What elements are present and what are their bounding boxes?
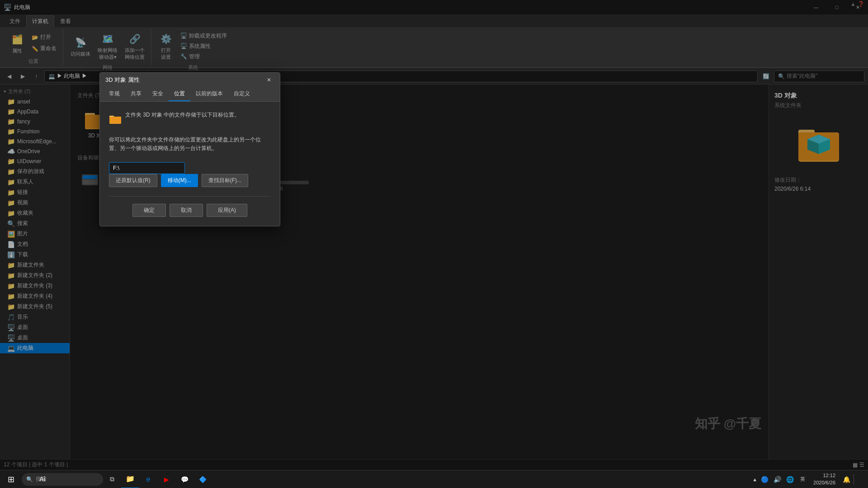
dtab-general[interactable]: 常规 [104,87,125,101]
taskbar-app5[interactable]: 🔷 [193,470,212,488]
taskbar-media[interactable]: ▶ [157,470,175,488]
keyboard-icon[interactable]: 英 [797,474,808,485]
properties-dialog: 3D 对象 属性 ✕ 常规 共享 安全 位置 以前的版本 自定义 文 [99,72,280,226]
find-target-button[interactable]: 查找目标(F)... [202,174,248,187]
dialog-folder-icon [109,113,122,124]
media-icon: ▶ [164,476,169,483]
taskbar-edge[interactable]: e [139,470,157,488]
dialog-desc1: 文件夹 3D 对象 中的文件存储于以下目标位置。 [125,111,240,119]
taskbar: ⊞ 🔍 搜索 ⧉ 📁 e ▶ 💬 🔷 Ai ▲ 🔵 🔊 🌐 英 12:12 20… [0,470,868,488]
dtab-custom[interactable]: 自定义 [228,87,255,101]
edge-icon: e [146,475,151,483]
restore-default-button[interactable]: 还原默认值(R) [109,174,157,187]
cancel-button[interactable]: 取消 [170,204,203,217]
dialog-path-input[interactable] [109,162,185,174]
dialog-body: 文件夹 3D 对象 中的文件存储于以下目标位置。 你可以将此文件夹中文件存储的位… [100,102,280,226]
taskbar-wechat[interactable]: 💬 [175,470,193,488]
dialog-title: 3D 对象 属性 [105,76,140,84]
volume-icon[interactable]: 🔊 [772,474,783,485]
dtab-previous[interactable]: 以前的版本 [190,87,228,101]
svg-rect-29 [109,117,121,123]
bluetooth-icon[interactable]: 🔵 [759,474,770,485]
dialog-footer: 确定 取消 应用(A) [109,196,271,217]
dialog-tabs: 常规 共享 安全 位置 以前的版本 自定义 [100,87,280,102]
explorer-icon: 📁 [126,474,135,483]
notifications-icon[interactable]: 🔔 [841,474,852,485]
dtab-location[interactable]: 位置 [169,87,190,101]
task-view-btn[interactable]: ⧉ [103,470,121,488]
chevron-up-icon[interactable]: ▲ [752,477,757,482]
dialog-overlay: 3D 对象 属性 ✕ 常规 共享 安全 位置 以前的版本 自定义 文 [0,0,868,470]
system-tray-icons: ▲ [752,477,757,482]
network-icon[interactable]: 🌐 [784,474,795,485]
dtab-security[interactable]: 安全 [147,87,169,101]
app5-icon: 🔷 [199,476,207,483]
dialog-action-buttons: 还原默认值(R) 移动(M)... 查找目标(F)... [109,174,271,187]
dtab-share[interactable]: 共享 [125,87,147,101]
taskbar-search[interactable]: 🔍 搜索 [22,473,103,486]
apply-button[interactable]: 应用(A) [207,204,247,217]
wechat-icon: 💬 [181,476,189,483]
taskbar-right: ▲ 🔵 🔊 🌐 英 12:12 2020/6/26 🔔 [752,472,868,486]
dialog-title-bar: 3D 对象 属性 ✕ [100,73,280,87]
taskbar-explorer[interactable]: 📁 [121,470,139,488]
ai-label: Ai [35,470,50,488]
dialog-close-button[interactable]: ✕ [264,75,274,85]
dialog-folder-row: 文件夹 3D 对象 中的文件存储于以下目标位置。 [109,111,271,127]
clock[interactable]: 12:12 2020/6/26 [810,472,839,486]
start-button[interactable]: ⊞ [0,470,22,488]
ok-button[interactable]: 确定 [132,204,166,217]
dialog-desc2: 你可以将此文件夹中文件存储的位置更改为此硬盘上的另一个位置、另一个驱动器或网络上… [109,136,271,153]
move-button[interactable]: 移动(M)... [161,174,198,187]
show-desktop-btn[interactable] [854,474,864,485]
taskbar-search-icon: 🔍 [26,476,33,483]
